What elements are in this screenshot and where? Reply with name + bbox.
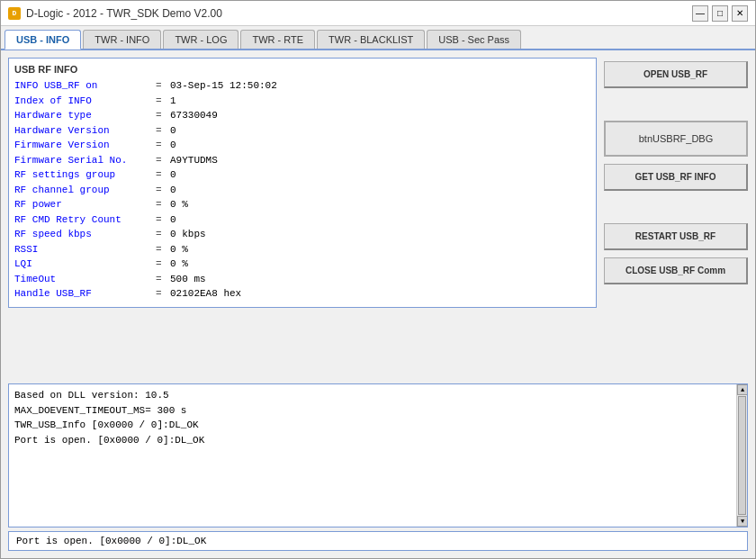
minimize-button[interactable]: — xyxy=(692,5,708,22)
log-section: Based on DLL version: 10.5MAX_DOEVENT_TI… xyxy=(8,383,748,527)
info-value: 1 xyxy=(170,94,176,109)
info-value: 03-Sep-15 12:50:02 xyxy=(170,78,277,94)
tab-twr-blacklist[interactable]: TWR - BLACKLIST xyxy=(317,30,425,49)
info-eq: = xyxy=(156,257,168,272)
table-row: Hardware Version = 0 xyxy=(14,123,590,139)
table-row: Index of INFO = 1 xyxy=(14,94,590,109)
info-eq: = xyxy=(156,183,168,198)
table-row: TimeOut = 500 ms xyxy=(14,272,590,287)
info-eq: = xyxy=(156,138,168,153)
scroll-up-button[interactable]: ▲ xyxy=(737,384,747,395)
info-label: TimeOut xyxy=(14,272,154,287)
info-label: RF channel group xyxy=(14,183,154,198)
log-content: Based on DLL version: 10.5MAX_DOEVENT_TI… xyxy=(9,384,736,527)
main-content: USB RF INFO INFO USB_RF on = 03-Sep-15 1… xyxy=(1,50,755,383)
list-item: Port is open. [0x0000 / 0]:DL_OK xyxy=(14,433,731,448)
debug-button[interactable]: btnUSBRF_DBG xyxy=(604,121,748,157)
rf-info-title: USB RF INFO xyxy=(14,64,590,75)
info-label: INFO USB_RF on xyxy=(14,78,154,94)
info-label: RF CMD Retry Count xyxy=(14,212,154,228)
table-row: RSSI = 0 % xyxy=(14,242,590,257)
log-inner: Based on DLL version: 10.5MAX_DOEVENT_TI… xyxy=(9,384,747,527)
info-value: 67330049 xyxy=(170,108,218,123)
info-label: Hardware Version xyxy=(14,123,154,139)
get-info-button[interactable]: GET USB_RF INFO xyxy=(604,164,748,191)
info-eq: = xyxy=(156,197,168,212)
info-value: 0 % xyxy=(170,242,188,257)
info-value: 0 xyxy=(170,212,176,228)
table-row: RF speed kbps = 0 kbps xyxy=(14,227,590,242)
info-eq: = xyxy=(156,167,168,183)
info-eq: = xyxy=(156,242,168,257)
tab-twr-rte[interactable]: TWR - RTE xyxy=(240,30,315,49)
title-bar-left: D D-Logic - 2012 - TWR_SDK Demo V2.00 xyxy=(8,7,222,20)
right-panel: OPEN USB_RF btnUSBRF_DBG GET USB_RF INFO… xyxy=(604,58,748,376)
table-row: Firmware Serial No. = A9YTUDMS xyxy=(14,153,590,168)
info-eq: = xyxy=(156,227,168,242)
scroll-down-button[interactable]: ▼ xyxy=(737,516,747,527)
table-row: RF settings group = 0 xyxy=(14,167,590,183)
info-label: Index of INFO xyxy=(14,94,154,109)
info-value: 0 xyxy=(170,167,176,183)
title-bar: D D-Logic - 2012 - TWR_SDK Demo V2.00 — … xyxy=(1,1,755,26)
info-label: Handle USB_RF xyxy=(14,286,154,302)
table-row: Handle USB_RF = 02102EA8 hex xyxy=(14,286,590,302)
info-eq: = xyxy=(156,123,168,139)
window-controls: — □ ✕ xyxy=(692,5,748,22)
close-comm-button[interactable]: CLOSE USB_RF Comm xyxy=(604,257,748,284)
info-eq: = xyxy=(156,108,168,123)
info-eq: = xyxy=(156,153,168,168)
info-eq: = xyxy=(156,212,168,228)
info-eq: = xyxy=(156,286,168,302)
left-panel: USB RF INFO INFO USB_RF on = 03-Sep-15 1… xyxy=(8,58,597,376)
info-eq: = xyxy=(156,94,168,109)
app-icon: D xyxy=(8,7,21,20)
info-value: 0 % xyxy=(170,257,188,272)
info-value: 0 % xyxy=(170,197,188,212)
status-bar: Port is open. [0x0000 / 0]:DL_OK xyxy=(8,531,748,551)
scroll-thumb[interactable] xyxy=(738,396,746,515)
tab-usb-info[interactable]: USB - INFO xyxy=(4,30,81,50)
table-row: RF channel group = 0 xyxy=(14,183,590,198)
close-button[interactable]: ✕ xyxy=(732,5,748,22)
table-row: Firmware Version = 0 xyxy=(14,138,590,153)
window-title: D-Logic - 2012 - TWR_SDK Demo V2.00 xyxy=(26,7,222,20)
list-item: Based on DLL version: 10.5 xyxy=(14,388,731,403)
info-label: Firmware Serial No. xyxy=(14,153,154,168)
list-item: TWR_USB_Info [0x0000 / 0]:DL_OK xyxy=(14,418,731,433)
info-label: RF speed kbps xyxy=(14,227,154,242)
restart-button[interactable]: RESTART USB_RF xyxy=(604,223,748,250)
list-item: MAX_DOEVENT_TIMEOUT_MS= 300 s xyxy=(14,403,731,419)
info-label: Hardware type xyxy=(14,108,154,123)
info-value: 0 xyxy=(170,138,176,153)
info-value: 0 xyxy=(170,123,176,139)
info-label: RF settings group xyxy=(14,167,154,183)
info-value: A9YTUDMS xyxy=(170,153,218,168)
tab-bar: USB - INFO TWR - INFO TWR - LOG TWR - RT… xyxy=(1,26,755,50)
info-eq: = xyxy=(156,78,168,94)
info-eq: = xyxy=(156,272,168,287)
info-table: INFO USB_RF on = 03-Sep-15 12:50:02 Inde… xyxy=(14,78,590,302)
tab-twr-info[interactable]: TWR - INFO xyxy=(83,30,161,49)
info-value: 500 ms xyxy=(170,272,206,287)
maximize-button[interactable]: □ xyxy=(712,5,728,22)
table-row: INFO USB_RF on = 03-Sep-15 12:50:02 xyxy=(14,78,590,94)
info-label: LQI xyxy=(14,257,154,272)
info-label: Firmware Version xyxy=(14,138,154,153)
table-row: Hardware type = 67330049 xyxy=(14,108,590,123)
main-window: D D-Logic - 2012 - TWR_SDK Demo V2.00 — … xyxy=(0,0,756,559)
table-row: RF power = 0 % xyxy=(14,197,590,212)
table-row: RF CMD Retry Count = 0 xyxy=(14,212,590,228)
tab-usb-sec-pass[interactable]: USB - Sec Pass xyxy=(427,30,521,49)
open-usb-rf-button[interactable]: OPEN USB_RF xyxy=(604,61,748,88)
log-scrollbar[interactable]: ▲ ▼ xyxy=(736,384,747,527)
info-label: RF power xyxy=(14,197,154,212)
info-value: 02102EA8 hex xyxy=(170,286,241,302)
table-row: LQI = 0 % xyxy=(14,257,590,272)
status-text: Port is open. [0x0000 / 0]:DL_OK xyxy=(16,536,206,546)
tab-twr-log[interactable]: TWR - LOG xyxy=(163,30,238,49)
rf-info-box: USB RF INFO INFO USB_RF on = 03-Sep-15 1… xyxy=(8,58,597,308)
info-value: 0 kbps xyxy=(170,227,206,242)
info-value: 0 xyxy=(170,183,176,198)
info-label: RSSI xyxy=(14,242,154,257)
